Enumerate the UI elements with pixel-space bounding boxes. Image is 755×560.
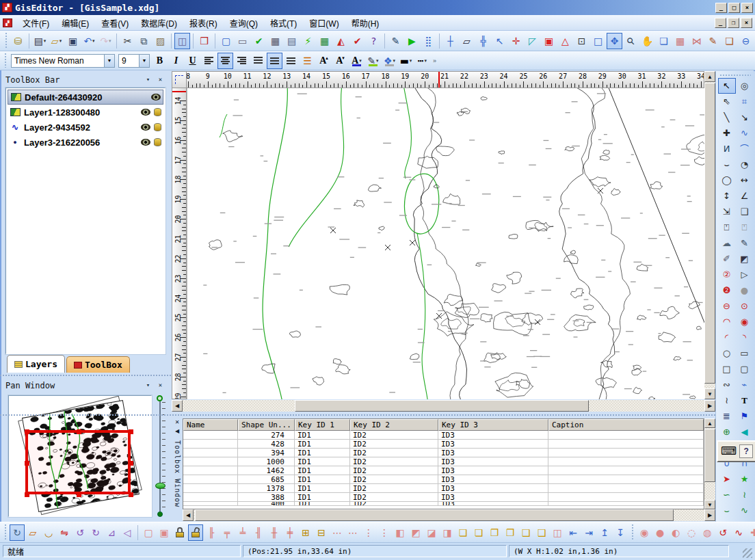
attribute-table[interactable]: NameShape Un...Key ID 1Key ID 2Key ID 3C… [183,418,704,509]
print-preview-icon[interactable]: ▤ [284,33,300,49]
menu-item-6[interactable]: 格式(T) [264,16,303,30]
bounds-edit-icon[interactable]: ▣ [157,524,172,541]
space-vertical-dec-icon[interactable]: ↥ [597,524,612,541]
line-style-icon[interactable]: ┅▾ [414,53,430,69]
brush-tool-icon[interactable]: ✐ [718,251,736,267]
distribute-h1-icon[interactable]: ⋯ [330,524,345,541]
pan-view-rectangle[interactable] [25,430,131,494]
table-row-7[interactable]: 388ID1ID2ID3 [183,493,704,502]
select-arrow-icon[interactable]: ↖ [718,78,736,94]
align-left-objects-icon[interactable]: ╟ [204,524,219,541]
scroll-left-icon[interactable]: ◀ [172,400,183,412]
banner-shape-icon[interactable]: ▷ [736,267,754,282]
speech-bubble-icon[interactable]: ⍞ [718,219,736,235]
increase-font-icon[interactable]: A▴ [316,53,332,69]
decrease-font-icon[interactable]: A▾ [332,53,348,69]
layer-database-icon[interactable] [154,138,161,146]
menu-item-7[interactable]: 窗口(W) [303,16,345,30]
paste-icon[interactable]: ▨ [153,33,168,49]
menu-item-8[interactable]: 帮助(H) [345,16,386,30]
dropdown-arrow-icon[interactable]: ▾ [59,38,62,44]
lightning-icon[interactable]: ⚡ [300,33,316,49]
polyline-tool-icon[interactable]: И [718,141,736,157]
red-triangle-icon[interactable]: △ [557,33,573,49]
line-snap-icon[interactable]: ◸ [525,33,540,49]
align-bottom-objects-icon[interactable]: ╧ [235,524,250,541]
bring-to-front-icon[interactable]: ❏ [455,524,471,541]
save-icon[interactable]: ▣ [65,33,81,49]
panel-collapse-icon[interactable]: ▾ [143,381,153,390]
align-canvas-bottom-icon[interactable]: ◪ [424,524,439,541]
cross-tool-icon[interactable]: ✚ [718,125,736,141]
rotate-right-icon[interactable]: ↻ [88,524,103,541]
node-smooth-icon[interactable]: ∽ [718,487,736,503]
circle-radius-icon[interactable]: ◉ [736,314,754,330]
font-size-combo[interactable]: 9 ▼ [118,54,150,68]
resize-grip[interactable] [743,548,752,558]
column-header-2[interactable]: Key ID 1 [295,419,350,431]
map-measure-icon[interactable]: ✎ [388,33,403,49]
distribute-h2-icon[interactable]: ⋯ [345,524,360,541]
mirror-rotate-icon[interactable]: ⇋ [57,524,72,541]
table-vertical-scrollbar[interactable]: ▲ ▼ [704,418,715,509]
same-width-icon[interactable]: ⊞ [298,524,313,541]
add-node-icon[interactable]: ✚ [747,524,755,541]
column-header-4[interactable]: Key ID 3 [438,419,548,431]
pan-rect-handle-3[interactable] [25,461,29,466]
toolbar-grip[interactable] [631,524,634,540]
eye-visibility-icon[interactable] [141,109,150,116]
flag-tool-icon[interactable]: ⚑ [736,408,754,424]
font-color-icon[interactable]: A▾ [349,53,365,69]
exclude-shapes-icon[interactable]: ◍ [700,524,715,541]
panel-close-icon[interactable]: ✕ [155,381,165,390]
keyboard-icon[interactable]: ⌨ [721,446,737,457]
scroll-right-icon[interactable]: ▶ [704,400,715,412]
frame-icon[interactable]: □ [590,33,606,49]
circle-3pt-icon[interactable]: ◠ [718,314,736,330]
map-horizontal-scrollbar[interactable]: ◀ ▶ [172,400,715,412]
circle-diameter-icon[interactable]: ⊖ [718,298,736,314]
line-tool-icon[interactable]: ╲ [718,109,736,125]
column-header-0[interactable]: Name [183,419,238,431]
valign-bottom-icon[interactable] [283,53,299,69]
table-row-4[interactable]: 1462ID1ID2ID3 [183,466,704,475]
add-to-selection-icon[interactable]: ⇖ [718,94,736,109]
pen-tool-icon[interactable]: ✎ [736,235,754,251]
mdi-restore-button[interactable]: ❐ [728,18,739,28]
table-horizontal-scrollbar[interactable]: ◀ ▶ [183,509,715,521]
ellipse-select-icon[interactable]: ◎ [736,78,754,94]
measure-vertical-icon[interactable]: ↕ [718,188,736,204]
space-horizontal-inc-icon[interactable]: ⇥ [581,524,596,541]
menu-item-4[interactable]: 报表(R) [183,16,224,30]
copy-icon[interactable]: ⧉ [136,33,152,49]
toolbar-grip[interactable] [3,524,7,540]
table-row-5[interactable]: 685ID1ID2ID3 [183,475,704,484]
unlock-icon[interactable] [188,524,203,541]
node-curve-icon[interactable]: ⌣ [718,503,736,518]
send-to-back-icon[interactable]: ❏ [471,524,486,541]
align-top-objects-icon[interactable]: ╤ [220,524,235,541]
color-grid-icon[interactable]: ▦ [317,33,332,49]
in-front-of-object-icon[interactable]: ❑ [518,524,533,541]
behind-object-icon[interactable]: ❑ [534,524,549,541]
scroll-thumb[interactable] [295,400,589,412]
globe-tool-icon[interactable]: ⊕ [718,424,736,440]
cloud-callout-icon[interactable]: ☁ [718,235,736,251]
screen-select-icon[interactable]: ❏ [656,33,672,49]
dropdown-arrow-icon[interactable]: ▾ [44,38,47,44]
corner-select-icon[interactable]: ↖ [492,33,507,49]
numbered-shape-icon[interactable]: ② [718,267,736,282]
mdi-close-button[interactable]: × [741,18,752,28]
mdi-minimize-button[interactable]: _ [715,18,726,28]
ruler-origin-box[interactable] [172,71,187,88]
table-collapse-icon[interactable]: ◀ [173,427,182,436]
sheet-copy-icon[interactable]: ❏ [721,33,737,49]
monitor-icon[interactable]: ▢ [218,33,234,49]
maximize-button[interactable]: □ [728,3,740,13]
rotate-left-icon[interactable]: ↺ [72,524,88,541]
font-family-dropdown[interactable]: ▼ [104,55,114,67]
scroll-right-icon[interactable]: ▶ [704,509,715,521]
layer-database-icon[interactable] [154,123,161,131]
intersect-shapes-icon[interactable]: ◌ [684,524,699,541]
measure-diagonal-icon[interactable]: ⇲ [718,204,736,219]
